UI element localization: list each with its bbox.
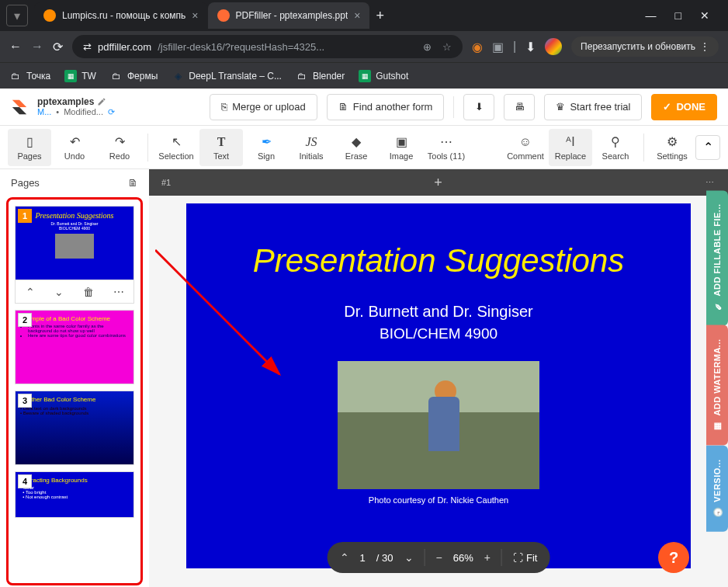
page-thumb-3[interactable]: Another Bad Color Scheme • Dark text on … bbox=[15, 391, 134, 465]
doc-user[interactable]: M... bbox=[37, 107, 51, 117]
tool-search[interactable]: ⚲Search bbox=[594, 129, 637, 166]
more-icon[interactable]: ⋯ bbox=[113, 286, 124, 298]
tool-comment[interactable]: ☺Comment bbox=[504, 129, 547, 166]
fit-button[interactable]: ⛶Fit bbox=[513, 552, 537, 564]
tool-erase[interactable]: ◆Erase bbox=[335, 129, 378, 166]
nav-back-icon[interactable]: ← bbox=[9, 40, 22, 54]
bookmark-star-icon[interactable]: ☆ bbox=[442, 41, 452, 53]
tool-sign[interactable]: ✒Sign bbox=[244, 129, 288, 166]
bookmark-blender[interactable]: 🗀Blender bbox=[296, 70, 345, 82]
tool-selection[interactable]: ↖Selection bbox=[154, 129, 198, 166]
print-button[interactable]: 🖶 bbox=[504, 94, 535, 120]
more-icon: ⋯ bbox=[439, 134, 454, 150]
undo-icon: ↶ bbox=[67, 134, 82, 150]
tool-more-tools[interactable]: ⋯Tools (11) bbox=[425, 129, 468, 166]
extension-icon[interactable]: ◉ bbox=[472, 40, 483, 54]
canvas-more-icon[interactable]: ⋯ bbox=[705, 178, 716, 188]
right-side-tabs: ✎ADD FILLABLE FIE... ▦ADD WATERMA... 🕘VE… bbox=[706, 190, 728, 532]
folder-icon: 🗀 bbox=[296, 70, 308, 82]
download-button[interactable]: ⬇ bbox=[463, 94, 494, 120]
tool-initials[interactable]: JSInitials bbox=[289, 129, 333, 166]
image-icon: ▣ bbox=[393, 134, 409, 150]
page-number: 4 bbox=[18, 474, 32, 488]
pages-list[interactable]: Presentation Suggestions Dr. Burnett and… bbox=[6, 197, 143, 585]
slide-caption: Photo courtesy of Dr. Nickie Cauthen bbox=[369, 495, 508, 505]
help-icon: ? bbox=[669, 549, 678, 567]
tool-undo[interactable]: ↶Undo bbox=[53, 129, 96, 166]
page-options-icon[interactable]: 🗎 bbox=[128, 177, 138, 189]
page-thumb-1[interactable]: Presentation Suggestions Dr. Burnett and… bbox=[15, 206, 134, 304]
zoom-in-icon[interactable]: + bbox=[484, 551, 491, 564]
merge-icon: ⎘ bbox=[221, 101, 227, 113]
crown-icon: ♛ bbox=[556, 101, 565, 113]
delete-icon[interactable]: 🗑 bbox=[83, 286, 94, 298]
move-up-icon[interactable]: ⌃ bbox=[26, 286, 35, 298]
sidebar-header: Pages 🗎 bbox=[0, 169, 149, 196]
bookmark-tw[interactable]: ▦TW bbox=[64, 70, 96, 82]
thumb-preview: Distracting Backgrounds • Color • Too br… bbox=[15, 471, 134, 518]
toolbar: ▯Pages ↶Undo ↷Redo ↖Selection TText ✒Sig… bbox=[0, 126, 728, 169]
tool-pages[interactable]: ▯Pages bbox=[8, 129, 51, 166]
tab-search-icon[interactable]: ▾ bbox=[6, 5, 28, 26]
url-domain: pdffiller.com bbox=[98, 41, 151, 53]
collapse-toolbar-button[interactable]: ⌃ bbox=[695, 135, 720, 160]
nav-reload-icon[interactable]: ⟳ bbox=[53, 40, 63, 54]
tab-close-icon[interactable]: × bbox=[192, 9, 198, 22]
bookmark-gutshot[interactable]: ▦Gutshot bbox=[359, 70, 408, 82]
minimize-icon[interactable]: — bbox=[646, 9, 657, 22]
move-down-icon[interactable]: ⌄ bbox=[54, 286, 64, 298]
profile-avatar[interactable] bbox=[545, 38, 562, 55]
find-form-button[interactable]: 🗎Find another form bbox=[327, 94, 445, 120]
prev-page-icon[interactable]: ⌃ bbox=[340, 551, 349, 564]
tool-settings[interactable]: ⚙Settings bbox=[650, 129, 694, 166]
window-controls: — □ ✕ bbox=[646, 9, 722, 22]
fit-icon: ⛶ bbox=[513, 552, 523, 564]
tool-text[interactable]: TText bbox=[199, 129, 243, 166]
browser-tab-0[interactable]: Lumpics.ru - помощь с компь × bbox=[34, 2, 208, 29]
merge-button[interactable]: ⎘Merge or upload bbox=[210, 94, 317, 120]
app: pptexamples M... • Modified... ⟳ ⎘Merge … bbox=[0, 89, 728, 587]
browser-tab-1[interactable]: PDFfiller - pptexamples.ppt × bbox=[208, 2, 370, 29]
close-icon[interactable]: ✕ bbox=[700, 9, 709, 22]
document-icon: 🗎 bbox=[338, 101, 348, 113]
edit-title-icon[interactable] bbox=[97, 97, 106, 106]
page-thumb-4[interactable]: Distracting Backgrounds • Color • Too br… bbox=[15, 471, 134, 518]
done-button[interactable]: ✓DONE bbox=[651, 94, 717, 120]
current-page[interactable]: 1 bbox=[360, 552, 366, 564]
new-tab-button[interactable]: + bbox=[369, 2, 390, 30]
doc-title: pptexamples bbox=[37, 96, 94, 107]
fillable-icon: ✎ bbox=[712, 301, 723, 312]
tab-title: Lumpics.ru - помощь с компь bbox=[62, 10, 185, 21]
zoom-out-icon[interactable]: − bbox=[436, 551, 442, 564]
clock-icon: 🕘 bbox=[712, 507, 723, 518]
restart-button[interactable]: Перезапустить и обновить ⋮ bbox=[571, 36, 719, 57]
bookmark-deepl[interactable]: ◈DeepL Translate – C... bbox=[172, 70, 282, 82]
tool-redo[interactable]: ↷Redo bbox=[98, 129, 141, 166]
start-trial-button[interactable]: ♛Start free trial bbox=[544, 94, 642, 120]
address-bar[interactable]: ⇄ pdffiller.com/jsfiller-desk16/?request… bbox=[72, 35, 463, 58]
tab-versions[interactable]: 🕘VERSIO... bbox=[706, 446, 728, 532]
maximize-icon[interactable]: □ bbox=[675, 9, 681, 22]
add-page-icon[interactable]: + bbox=[434, 175, 442, 191]
bar-sep: | bbox=[513, 40, 516, 54]
nav-forward-icon[interactable]: → bbox=[31, 40, 43, 54]
separator bbox=[501, 549, 502, 566]
menu-dots-icon[interactable]: ⋮ bbox=[700, 41, 709, 52]
page-navigator: ⌃ 1 / 30 ⌄ − 66% + ⛶Fit bbox=[328, 542, 550, 573]
next-page-icon[interactable]: ⌄ bbox=[404, 551, 414, 564]
tab-add-fillable[interactable]: ✎ADD FILLABLE FIE... bbox=[706, 190, 728, 325]
slide-viewport[interactable]: Presentation Suggestions Dr. Burnett and… bbox=[149, 196, 728, 587]
site-settings-icon[interactable]: ⇄ bbox=[83, 41, 92, 53]
tab-add-watermark[interactable]: ▦ADD WATERMA... bbox=[706, 325, 728, 446]
tool-replace[interactable]: ᴬIReplace bbox=[549, 129, 592, 166]
downloads-icon[interactable]: ⬇ bbox=[525, 40, 536, 54]
bookmark-fermy[interactable]: 🗀Фермы bbox=[110, 70, 158, 82]
translate-icon[interactable]: ⊕ bbox=[423, 41, 432, 53]
tool-image[interactable]: ▣Image bbox=[380, 129, 423, 166]
tab-close-icon[interactable]: × bbox=[354, 9, 360, 22]
page-thumb-2[interactable]: Example of a Bad Color Scheme Fonts in t… bbox=[15, 310, 134, 384]
extensions-icon[interactable]: ▣ bbox=[492, 40, 504, 54]
help-button[interactable]: ? bbox=[658, 542, 689, 573]
doc-dot: • bbox=[56, 107, 59, 117]
bookmark-tochka[interactable]: 🗀Точка bbox=[9, 70, 50, 82]
